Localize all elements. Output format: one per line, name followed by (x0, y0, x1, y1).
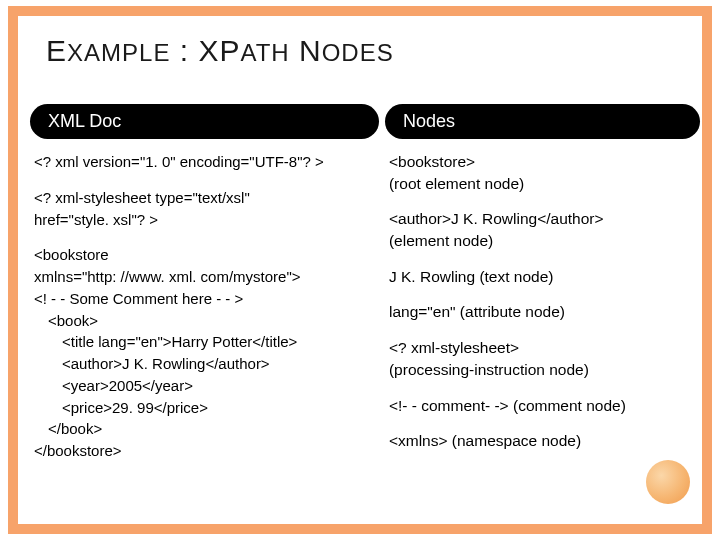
node-item: <xmlns> (namespace node) (389, 430, 700, 452)
node-item: <bookstore> (root element node) (389, 151, 700, 194)
node-text: (processing-instruction node) (389, 359, 700, 381)
node-item: lang="en" (attribute node) (389, 301, 700, 323)
xml-line: </bookstore> (34, 440, 379, 462)
nodes-list: <bookstore> (root element node) <author>… (385, 151, 700, 452)
xml-source: <? xml version="1. 0" encoding="UTF-8"? … (30, 151, 379, 462)
node-item: <? xml-stylesheet> (processing-instructi… (389, 337, 700, 380)
xml-line: <price>29. 99</price> (34, 397, 379, 419)
xml-line: </book> (34, 418, 379, 440)
title-part: : (170, 34, 198, 67)
xml-block: <? xml-stylesheet type="text/xsl" href="… (34, 187, 379, 231)
right-column-header: Nodes (385, 104, 700, 139)
node-item: <!- - comment- -> (comment node) (389, 395, 700, 417)
node-item: <author>J K. Rowling</author> (element n… (389, 208, 700, 251)
xml-line: <author>J K. Rowling</author> (34, 353, 379, 375)
decorative-circle-icon (646, 460, 690, 504)
title-part: XAMPLE (67, 39, 170, 66)
node-text: <author>J K. Rowling</author> (389, 208, 700, 230)
title-part: ODES (322, 39, 394, 66)
xml-line: href="style. xsl"? > (34, 209, 379, 231)
slide-frame: EXAMPLE : XPATH NODES XML Doc <? xml ver… (8, 6, 712, 534)
node-text: <bookstore> (389, 151, 700, 173)
xml-line: <year>2005</year> (34, 375, 379, 397)
xml-block: <bookstore xmlns="http: //www. xml. com/… (34, 244, 379, 462)
title-part: XP (198, 34, 240, 67)
xml-line: xmlns="http: //www. xml. com/mystore"> (34, 266, 379, 288)
node-text: (root element node) (389, 173, 700, 195)
slide-title: EXAMPLE : XPATH NODES (46, 34, 394, 68)
node-text: (element node) (389, 230, 700, 252)
title-part: ATH (240, 39, 289, 66)
content-columns: XML Doc <? xml version="1. 0" encoding="… (30, 104, 700, 476)
node-text: <? xml-stylesheet> (389, 337, 700, 359)
node-item: J K. Rowling (text node) (389, 266, 700, 288)
xml-line: <? xml-stylesheet type="text/xsl" (34, 187, 379, 209)
left-column-header: XML Doc (30, 104, 379, 139)
title-part: N (290, 34, 322, 67)
xml-line: <title lang="en">Harry Potter</title> (34, 331, 379, 353)
title-part: E (46, 34, 67, 67)
xml-line: <bookstore (34, 244, 379, 266)
xml-line: <! - - Some Comment here - - > (34, 288, 379, 310)
right-column: Nodes <bookstore> (root element node) <a… (385, 104, 700, 476)
xml-line: <book> (34, 310, 379, 332)
left-column: XML Doc <? xml version="1. 0" encoding="… (30, 104, 379, 476)
xml-line: <? xml version="1. 0" encoding="UTF-8"? … (34, 151, 379, 173)
